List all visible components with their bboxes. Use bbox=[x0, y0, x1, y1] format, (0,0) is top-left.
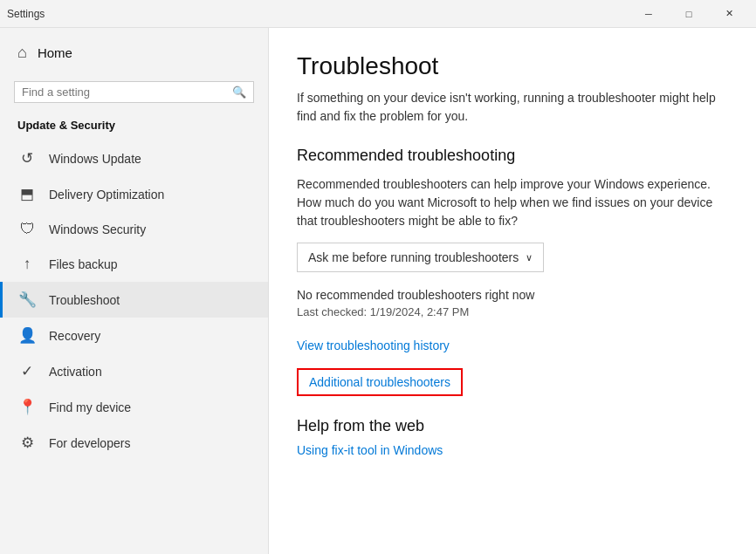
recommended-section-title: Recommended troubleshooting bbox=[297, 147, 728, 165]
titlebar-title: Settings bbox=[7, 8, 45, 20]
last-checked-text: Last checked: 1/19/2024, 2:47 PM bbox=[297, 305, 728, 318]
sidebar-item-label: Files backup bbox=[49, 257, 118, 271]
sidebar-item-home[interactable]: ⌂ Home bbox=[0, 28, 268, 78]
sidebar-section-title: Update & Security bbox=[0, 113, 268, 140]
additional-troubleshooters-button[interactable]: Additional troubleshooters bbox=[297, 368, 463, 396]
sidebar-item-label: For developers bbox=[49, 436, 130, 450]
troubleshoot-icon: 🔧 bbox=[17, 291, 37, 309]
sidebar-item-windows-security[interactable]: 🛡 Windows Security bbox=[0, 212, 268, 247]
chevron-down-icon: ∨ bbox=[526, 252, 533, 263]
sidebar-item-label: Recovery bbox=[49, 329, 100, 343]
main-panel: Troubleshoot If something on your device… bbox=[269, 28, 756, 554]
window-controls: ─ □ ✕ bbox=[629, 0, 749, 28]
sidebar-item-label: Find my device bbox=[49, 400, 131, 414]
files-backup-icon: ↑ bbox=[17, 256, 37, 273]
troubleshoot-preference-dropdown[interactable]: Ask me before running troubleshooters ∨ bbox=[297, 243, 544, 272]
help-section-title: Help from the web bbox=[297, 417, 728, 435]
maximize-button[interactable]: □ bbox=[669, 0, 709, 28]
search-icon: 🔍 bbox=[232, 85, 246, 99]
recommended-desc: Recommended troubleshooters can help imp… bbox=[297, 175, 716, 230]
no-troubleshooters-text: No recommended troubleshooters right now bbox=[297, 288, 728, 302]
home-label: Home bbox=[38, 45, 72, 60]
sidebar-item-find-my-device[interactable]: 📍 Find my device bbox=[0, 389, 268, 425]
recovery-icon: 👤 bbox=[17, 326, 37, 345]
sidebar-item-label: Activation bbox=[49, 365, 102, 379]
page-title: Troubleshoot bbox=[297, 52, 728, 80]
find-my-device-icon: 📍 bbox=[17, 398, 37, 416]
windows-security-icon: 🛡 bbox=[17, 221, 37, 238]
help-link[interactable]: Using fix-it tool in Windows bbox=[297, 443, 443, 457]
delivery-optimization-icon: ⬒ bbox=[17, 185, 37, 203]
sidebar-item-activation[interactable]: ✓ Activation bbox=[0, 353, 268, 389]
view-history-link[interactable]: View troubleshooting history bbox=[297, 339, 450, 352]
sidebar-item-label: Delivery Optimization bbox=[49, 188, 164, 202]
windows-update-icon: ↺ bbox=[17, 149, 37, 168]
page-desc: If something on your device isn't workin… bbox=[297, 89, 728, 126]
close-button[interactable]: ✕ bbox=[709, 0, 749, 28]
sidebar-item-label: Windows Update bbox=[49, 152, 141, 166]
sidebar-item-files-backup[interactable]: ↑ Files backup bbox=[0, 247, 268, 282]
sidebar-item-label: Troubleshoot bbox=[49, 293, 120, 307]
sidebar-item-windows-update[interactable]: ↺ Windows Update bbox=[0, 140, 268, 176]
sidebar-item-delivery-optimization[interactable]: ⬒ Delivery Optimization bbox=[0, 176, 268, 212]
dropdown-value: Ask me before running troubleshooters bbox=[308, 250, 519, 264]
search-input[interactable] bbox=[22, 85, 232, 99]
search-box[interactable]: 🔍 bbox=[14, 81, 254, 103]
app-body: ⌂ Home 🔍 Update & Security ↺ Windows Upd… bbox=[0, 28, 756, 554]
minimize-button[interactable]: ─ bbox=[629, 0, 669, 28]
for-developers-icon: ⚙ bbox=[17, 434, 37, 452]
sidebar-item-for-developers[interactable]: ⚙ For developers bbox=[0, 425, 268, 461]
titlebar: Settings ─ □ ✕ bbox=[0, 0, 756, 28]
activation-icon: ✓ bbox=[17, 362, 37, 380]
sidebar-item-recovery[interactable]: 👤 Recovery bbox=[0, 318, 268, 353]
sidebar-item-troubleshoot[interactable]: 🔧 Troubleshoot bbox=[0, 282, 268, 318]
sidebar: ⌂ Home 🔍 Update & Security ↺ Windows Upd… bbox=[0, 28, 269, 554]
sidebar-item-label: Windows Security bbox=[49, 222, 146, 236]
home-icon: ⌂ bbox=[17, 44, 27, 62]
